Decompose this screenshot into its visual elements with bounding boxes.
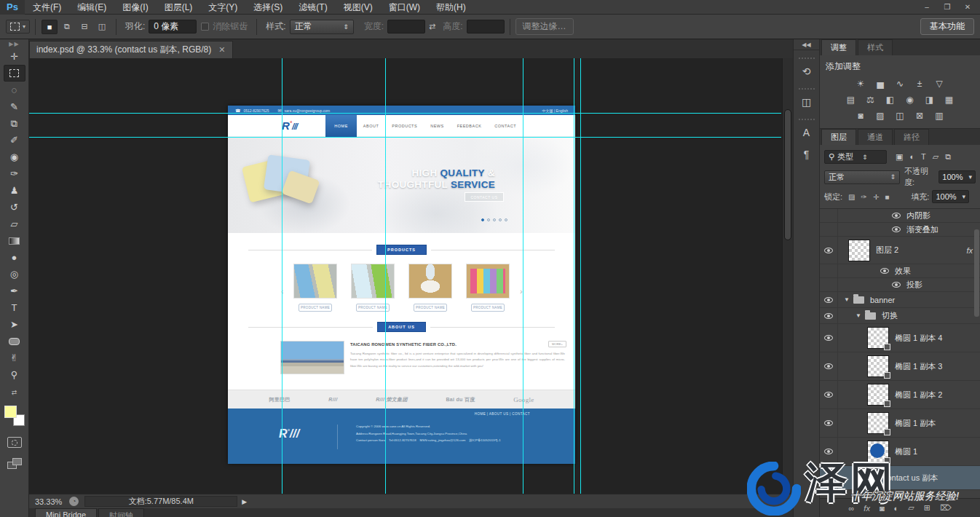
channel-mixer-icon[interactable]: ◨	[922, 93, 938, 106]
layer-fx-icon[interactable]: fx	[966, 246, 973, 255]
width-input[interactable]	[387, 20, 425, 33]
pen-tool[interactable]: ✒	[4, 283, 25, 299]
workspace-switcher-button[interactable]: 基本功能	[920, 18, 974, 35]
visibility-eye-icon[interactable]	[824, 248, 833, 253]
visibility-eye-icon[interactable]	[892, 226, 901, 232]
photo-filter-icon[interactable]: ◉	[902, 93, 918, 106]
tab-paths[interactable]: 路径	[894, 129, 929, 145]
refine-edge-button[interactable]: 调整边缘…	[515, 18, 574, 35]
menu-select[interactable]: 选择(S)	[245, 0, 291, 15]
canvas-scrollbar[interactable]	[782, 58, 793, 494]
layer-thumbnail[interactable]	[867, 384, 889, 406]
screen-mode-button[interactable]	[7, 458, 22, 469]
threshold-icon[interactable]: ◫	[892, 109, 908, 122]
product-card[interactable]: PRODUCT NAME	[408, 264, 452, 312]
vibrance-icon[interactable]: ▽	[931, 77, 947, 90]
invert-icon[interactable]: ◙	[853, 109, 869, 122]
layer-row[interactable]: 椭圆 1	[820, 438, 980, 466]
color-balance-icon[interactable]: ⚖	[863, 93, 879, 106]
paragraph-panel-icon[interactable]: ¶	[797, 145, 816, 164]
layer-style-icon[interactable]: fx	[864, 504, 870, 513]
quick-mask-button[interactable]	[7, 437, 22, 448]
restore-button[interactable]: ❐	[938, 1, 957, 13]
carousel-dot[interactable]	[487, 218, 490, 221]
text-layer-thumbnail[interactable]: T⚠	[858, 468, 877, 487]
lock-paint-icon[interactable]: ✑	[861, 193, 867, 201]
lock-move-icon[interactable]: ✛	[873, 193, 879, 201]
opacity-input[interactable]: 100%▾	[938, 170, 976, 183]
layer-thumbnail[interactable]	[867, 327, 889, 349]
partner-logo-google[interactable]: Google	[513, 396, 534, 403]
link-layers-icon[interactable]: ∞	[849, 504, 855, 513]
lock-transparency-icon[interactable]: ▨	[848, 193, 855, 201]
selection-new-icon[interactable]: ■	[42, 20, 58, 34]
menu-view[interactable]: 视图(V)	[336, 0, 381, 15]
color-lookup-icon[interactable]: ▦	[941, 93, 957, 106]
product-name-button[interactable]: PRODUCT NAME	[414, 304, 447, 312]
layer-effects-header-row[interactable]: 效果	[820, 264, 980, 278]
path-selection-tool[interactable]: ➤	[4, 316, 25, 333]
antialias-checkbox[interactable]	[201, 23, 209, 31]
menu-type[interactable]: 文字(Y)	[200, 0, 245, 15]
filter-type-layers-icon[interactable]: T	[921, 152, 926, 162]
site-nav-news[interactable]: NEWS	[424, 115, 451, 137]
dodge-tool[interactable]: ◎	[4, 266, 25, 283]
spot-healing-brush-tool[interactable]: ◉	[4, 149, 25, 165]
canvas-area[interactable]: ☎ 0512-82907625 ✉ sara.xu@rongweigroup.c…	[29, 58, 793, 494]
layer-effect-row[interactable]: 内阴影	[820, 209, 980, 223]
posterize-icon[interactable]: ▨	[872, 109, 888, 122]
tools-collapse-icon[interactable]: ▶▶	[9, 41, 19, 48]
height-input[interactable]	[467, 20, 505, 33]
visibility-eye-icon[interactable]	[824, 449, 833, 454]
product-name-button[interactable]: PRODUCT NAME	[299, 304, 332, 312]
visibility-eye-icon[interactable]	[824, 420, 833, 426]
site-nav-about[interactable]: ABOUT	[357, 115, 385, 137]
new-layer-icon[interactable]: ⊞	[924, 503, 930, 513]
eyedropper-tool[interactable]: ✐	[4, 132, 25, 149]
about-more-button[interactable]: MORE+	[548, 341, 566, 347]
menu-filter[interactable]: 滤镜(T)	[291, 0, 335, 15]
footer-links[interactable]: HOME | ABOUT US | CONTACT	[475, 412, 530, 416]
brush-tool[interactable]: ✑	[4, 165, 25, 182]
menu-layer[interactable]: 图层(L)	[157, 0, 201, 15]
lasso-tool[interactable]: ◌	[4, 82, 25, 98]
delete-layer-icon[interactable]: ⌦	[940, 503, 952, 513]
site-nav-home[interactable]: HOME	[325, 115, 357, 137]
layer-mask-icon[interactable]: ◙	[880, 504, 885, 513]
layer-thumbnail[interactable]	[867, 412, 889, 434]
filter-shape-layers-icon[interactable]: ▱	[933, 152, 938, 162]
layer-row[interactable]: 椭圆 1 副本 3	[820, 352, 980, 381]
layer-row[interactable]: 椭圆 1 副本 2	[820, 381, 980, 409]
menu-image[interactable]: 图像(I)	[114, 0, 156, 15]
lock-all-icon[interactable]: ■	[885, 193, 889, 201]
visibility-eye-icon[interactable]	[824, 297, 833, 303]
carousel-dot[interactable]	[499, 218, 502, 221]
tab-styles[interactable]: 样式	[858, 39, 893, 55]
minimize-button[interactable]: –	[917, 1, 936, 13]
selective-color-icon[interactable]: ⊠	[912, 109, 928, 122]
menu-file[interactable]: 文件(F)	[25, 0, 69, 15]
crop-tool[interactable]: ⧉	[4, 115, 25, 132]
hue-saturation-icon[interactable]: ▤	[843, 93, 859, 106]
carousel-dot[interactable]	[493, 218, 496, 221]
adjustment-layer-icon[interactable]: ◐	[894, 504, 899, 513]
layer-row[interactable]: 图层 2 fx	[820, 237, 980, 264]
tab-layers[interactable]: 图层	[821, 129, 856, 145]
character-panel-icon[interactable]: A	[797, 123, 816, 142]
layer-list-scrollbar[interactable]	[974, 229, 979, 317]
visibility-eye-icon[interactable]	[824, 475, 833, 481]
site-logo[interactable]: R°///	[282, 120, 297, 131]
tab-adjustments[interactable]: 调整	[821, 39, 856, 55]
fill-input[interactable]: 100%▾	[932, 190, 969, 203]
visibility-eye-icon[interactable]	[880, 268, 889, 274]
product-card[interactable]: PRODUCT NAME	[293, 264, 337, 312]
layer-thumbnail[interactable]	[848, 240, 870, 261]
history-panel-icon[interactable]: ⟲	[797, 62, 816, 81]
move-tool[interactable]: ✛	[4, 48, 25, 65]
brightness-contrast-icon[interactable]: ☀	[853, 77, 869, 90]
filter-adjustment-layers-icon[interactable]: ◐	[909, 152, 914, 162]
menu-window[interactable]: 窗口(W)	[381, 0, 428, 15]
product-card[interactable]: PRODUCT NAME	[351, 264, 395, 312]
layer-effect-row[interactable]: 渐变叠加	[820, 223, 980, 237]
site-language-switch[interactable]: 中文版 | English	[542, 108, 568, 113]
